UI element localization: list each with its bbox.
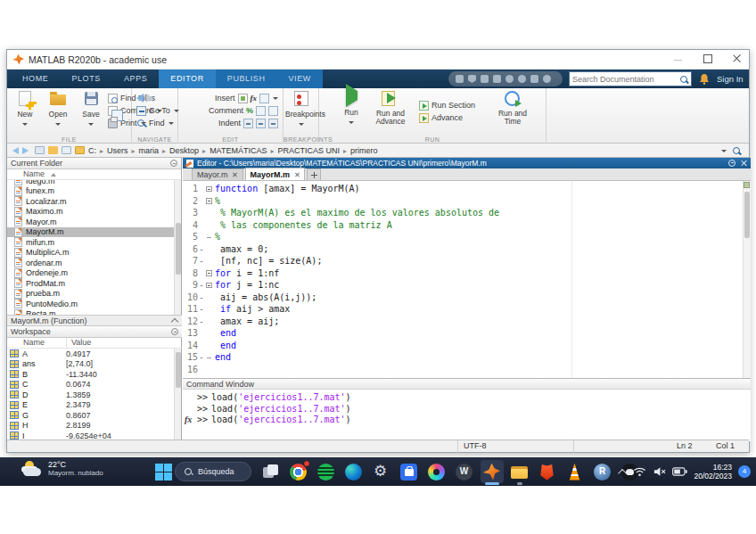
line-number[interactable]: 8 [183,267,198,280]
indent-right-icon[interactable] [268,119,278,128]
breakpoint-dash[interactable]: - [198,255,205,267]
line-number[interactable]: 10 [183,292,198,304]
browse-folder-icon[interactable] [48,146,58,154]
advance-button[interactable]: Advance [419,111,489,124]
file-item[interactable]: funex.m [7,186,175,197]
clock[interactable]: 16:23 20/02/2023 [694,463,732,481]
insert-fx-icon[interactable]: fx [251,94,258,103]
workspace-scrollbar[interactable] [174,349,181,441]
qat-save-icon[interactable] [456,75,464,83]
run-and-advance-button[interactable]: Run and Advance [371,91,410,126]
breakpoint-dash[interactable] [198,183,205,195]
breadcrumb-segment[interactable]: maria [137,146,168,155]
file-item[interactable]: ProdMat.m [7,278,175,289]
file-item[interactable]: ordenar.m [7,258,175,268]
wrap-comments-icon[interactable] [268,106,278,116]
address-dropdown-icon[interactable] [721,150,727,152]
ribbon-tab-editor[interactable]: EDITOR [159,70,215,88]
go-to-button[interactable]: Go To [136,104,177,117]
code-analyzer-indicator[interactable] [744,182,750,188]
folder-up-icon[interactable] [35,146,45,154]
spotify-app-icon[interactable] [315,460,338,483]
current-folder-header[interactable]: Current Folder [7,158,181,169]
speaker-icon[interactable] [653,466,666,477]
file-item[interactable]: Ordeneje.m [7,268,175,279]
line-number[interactable]: 5 [183,231,198,243]
fold-collapse-icon[interactable] [206,186,212,193]
breadcrumb-segment[interactable]: Users [105,146,137,155]
workspace-name-column[interactable]: Name [23,338,45,348]
window-titlebar[interactable]: MATLAB R2020b - academic use [7,50,749,70]
taskview-app-icon[interactable] [259,460,283,483]
code-editor[interactable]: 1function [amax] = MayorM(A)2%3 % MayorM… [183,181,751,378]
line-number[interactable]: 14 [183,340,198,352]
file-item[interactable]: Mayor.m [7,217,175,227]
breadcrumb-segment[interactable]: C: [86,146,105,155]
workspace-header[interactable]: Workspace [7,326,182,338]
fold-marker[interactable] [205,195,215,208]
line-number[interactable]: 12 [183,316,198,328]
maximize-icon[interactable] [703,53,712,63]
file-item[interactable]: mifun.m [7,237,175,248]
smart-indent-icon[interactable] [243,119,253,128]
fold-marker[interactable] [205,267,215,280]
fold-marker[interactable] [205,340,215,352]
breakpoint-dash[interactable] [198,195,205,208]
office-app-icon[interactable] [425,460,448,483]
breakpoint-dash[interactable]: - [198,303,205,316]
breakpoint-dash[interactable] [198,327,205,340]
editor-tab-mayor-m[interactable]: Mayor.m [192,168,243,180]
search-icon[interactable] [679,75,688,84]
fold-marker[interactable] [205,316,215,328]
editor-scrollbar[interactable] [743,181,751,378]
brave-app-icon[interactable] [536,460,559,483]
breadcrumb-segment[interactable]: PRACTICAS UNI [275,146,349,155]
ribbon-tab-plots[interactable]: PLOTS [60,70,112,88]
breakpoint-dash[interactable]: - [198,351,205,364]
ribbon-tab-apps[interactable]: APPS [112,70,159,88]
breakpoint-dash[interactable]: - [198,292,205,304]
taskbar-search[interactable]: Búsqueda [175,462,251,481]
battery-icon[interactable] [672,467,687,476]
new-script-button[interactable]: New [9,91,41,127]
file-list-scrollbar[interactable] [174,180,181,315]
fold-collapse-icon[interactable] [206,283,212,289]
tab-close-icon[interactable] [233,172,238,177]
edge-app-icon[interactable] [342,460,366,483]
ribbon-tab-view[interactable]: VIEW [277,70,323,88]
wifi-icon[interactable] [633,466,646,477]
file-details-bar[interactable]: MayorM.m (Function) [7,315,182,326]
workspace-variable-row[interactable]: H2.8199 [7,421,175,431]
vlc-app-icon[interactable] [563,460,587,483]
notification-count-badge[interactable]: 4 [738,465,751,478]
nav-forward-icon[interactable] [22,147,29,154]
r-app-icon[interactable] [591,460,614,483]
find-button[interactable]: Find [136,117,177,129]
minimize-icon[interactable] [673,53,683,63]
file-item[interactable]: MultiplicA.m [7,248,175,259]
fold-marker[interactable] [205,292,215,304]
workspace-variable-row[interactable]: B-11.3440 [7,369,175,380]
breadcrumb-segment[interactable]: MATEMÁTICAS [208,146,275,155]
breakpoint-dash[interactable] [198,267,205,280]
line-number[interactable]: 4 [183,219,198,232]
line-number[interactable]: 2 [183,195,198,208]
breakpoint-dash[interactable] [198,207,205,219]
close-icon[interactable] [732,53,742,63]
fold-marker[interactable] [205,327,215,340]
line-number[interactable]: 16 [183,364,198,376]
fold-marker[interactable] [205,364,215,376]
current-folder-menu-icon[interactable] [170,160,177,167]
breadcrumb-segment[interactable]: Desktop [168,146,208,155]
settings-app-icon[interactable] [370,460,393,483]
workspace-menu-icon[interactable] [171,328,178,335]
workspace-variable-row[interactable]: E2.3479 [7,400,175,411]
workspace-value-column[interactable]: Value [71,338,91,348]
line-number[interactable]: 6 [183,243,198,256]
fold-marker[interactable] [205,183,215,195]
fold-collapse-icon[interactable] [206,198,212,204]
editor-panel-close-icon[interactable] [740,160,747,167]
fold-collapse-icon[interactable] [206,270,212,276]
fold-marker[interactable] [205,207,215,219]
run-section-button[interactable]: Run Section [419,99,489,111]
